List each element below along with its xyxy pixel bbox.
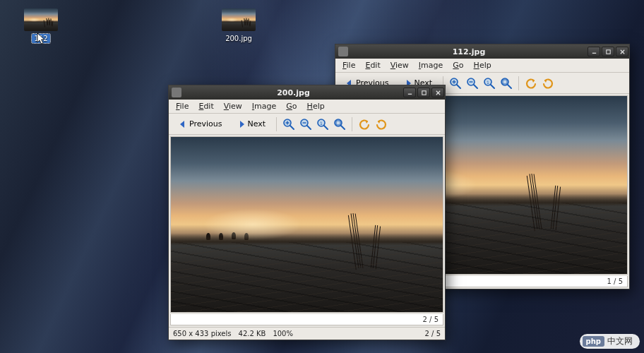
menu-view[interactable]: View xyxy=(220,100,246,112)
svg-line-29 xyxy=(324,126,328,129)
menu-view[interactable]: View xyxy=(386,59,413,71)
zoom-in-button[interactable] xyxy=(282,118,295,131)
svg-line-22 xyxy=(290,126,294,129)
file-thumbnail xyxy=(222,8,256,31)
separator xyxy=(276,117,277,131)
app-icon xyxy=(172,88,181,97)
rotate-cw-button[interactable] xyxy=(542,77,554,90)
image-viewport[interactable] xyxy=(170,136,443,313)
menu-edit[interactable]: Edit xyxy=(194,100,217,112)
menu-go[interactable]: Go xyxy=(282,100,301,112)
watermark: php 中文网 xyxy=(580,334,640,349)
zoom-100-icon: 1 xyxy=(316,118,329,131)
zoom-fit-button[interactable] xyxy=(500,77,513,90)
close-button[interactable] xyxy=(616,47,628,56)
menu-go[interactable]: Go xyxy=(448,59,467,71)
zoom-out-button[interactable] xyxy=(466,77,479,90)
status-zoom: 100% xyxy=(273,330,293,337)
titlebar[interactable]: 200.jpg xyxy=(169,85,445,100)
svg-line-12 xyxy=(491,85,494,88)
statusbar: 650 x 433 pixels 42.2 KB 100% 2 / 5 xyxy=(169,327,445,340)
menu-file[interactable]: File xyxy=(172,100,193,112)
status-counter: 2 / 5 xyxy=(425,330,441,337)
zoom-100-button[interactable]: 1 xyxy=(483,77,496,90)
svg-line-15 xyxy=(508,85,511,88)
previous-button[interactable]: Previous xyxy=(173,117,227,131)
zoom-100-button[interactable]: 1 xyxy=(316,118,329,131)
svg-line-5 xyxy=(457,85,460,88)
separator xyxy=(352,117,352,131)
image-counter: 2 / 5 xyxy=(170,314,443,325)
zoom-100-icon: 1 xyxy=(483,77,496,90)
window-title: 112.jpg xyxy=(351,47,587,56)
minimize-button[interactable] xyxy=(403,88,416,97)
status-filesize: 42.2 KB xyxy=(239,330,266,337)
zoom-out-button[interactable] xyxy=(299,118,312,131)
zoom-out-icon xyxy=(299,118,312,131)
titlebar[interactable]: 112.jpg xyxy=(335,44,629,59)
svg-rect-18 xyxy=(422,90,425,94)
zoom-in-icon xyxy=(449,77,462,90)
menu-edit[interactable]: Edit xyxy=(361,59,384,71)
menu-image[interactable]: Image xyxy=(415,59,447,71)
zoom-in-button[interactable] xyxy=(449,77,462,90)
svg-text:1: 1 xyxy=(320,120,323,125)
separator xyxy=(518,76,519,90)
rotate-cw-icon xyxy=(375,118,388,131)
file-label: 112 xyxy=(32,34,49,43)
toolbar: PreviousNext1 xyxy=(169,114,445,135)
rotate-cw-icon xyxy=(542,77,554,90)
file-thumbnail xyxy=(24,8,58,31)
zoom-in-icon xyxy=(282,118,295,131)
counter-text: 1 / 5 xyxy=(607,277,623,285)
close-button[interactable] xyxy=(431,88,444,97)
arrow-right-icon xyxy=(237,119,246,129)
maximize-button[interactable] xyxy=(602,47,614,56)
menu-help[interactable]: Help xyxy=(470,59,496,71)
image-viewer-window-200[interactable]: 200.jpg FileEditViewImageGoHelp Previous… xyxy=(168,85,446,340)
status-dimensions: 650 x 433 pixels xyxy=(173,330,232,337)
rotate-ccw-button[interactable] xyxy=(525,77,537,90)
menubar: FileEditViewImageGoHelp xyxy=(169,100,445,114)
window-title: 200.jpg xyxy=(184,88,402,97)
zoom-out-icon xyxy=(466,77,479,90)
rotate-ccw-button[interactable] xyxy=(358,118,371,131)
svg-rect-1 xyxy=(606,49,609,53)
svg-text:1: 1 xyxy=(487,79,489,84)
desktop-file-200[interactable]: 200.jpg xyxy=(213,8,264,43)
counter-text: 2 / 5 xyxy=(423,316,439,323)
menu-image[interactable]: Image xyxy=(248,100,280,112)
app-icon xyxy=(338,47,348,56)
zoom-fit-icon xyxy=(500,77,513,90)
menu-help[interactable]: Help xyxy=(303,100,329,112)
zoom-fit-icon xyxy=(333,118,346,131)
minimize-button[interactable] xyxy=(588,47,600,56)
menu-file[interactable]: File xyxy=(338,59,359,71)
next-button[interactable]: Next xyxy=(232,117,271,131)
next-label: Next xyxy=(248,119,266,128)
svg-line-32 xyxy=(341,126,345,129)
maximize-button[interactable] xyxy=(417,88,430,97)
zoom-fit-button[interactable] xyxy=(333,118,346,131)
rotate-ccw-icon xyxy=(358,118,371,131)
rotate-ccw-icon xyxy=(525,77,537,90)
file-label: 200.jpg xyxy=(225,35,252,42)
desktop-file-112[interactable]: 112 xyxy=(16,8,66,43)
watermark-text: 中文网 xyxy=(607,335,633,347)
arrow-left-icon xyxy=(178,119,188,129)
svg-line-26 xyxy=(307,126,311,129)
svg-line-9 xyxy=(474,85,477,88)
watermark-logo: php xyxy=(583,336,604,347)
previous-label: Previous xyxy=(189,119,222,128)
menubar: FileEditViewImageGoHelp xyxy=(335,59,629,73)
rotate-cw-button[interactable] xyxy=(375,118,388,131)
